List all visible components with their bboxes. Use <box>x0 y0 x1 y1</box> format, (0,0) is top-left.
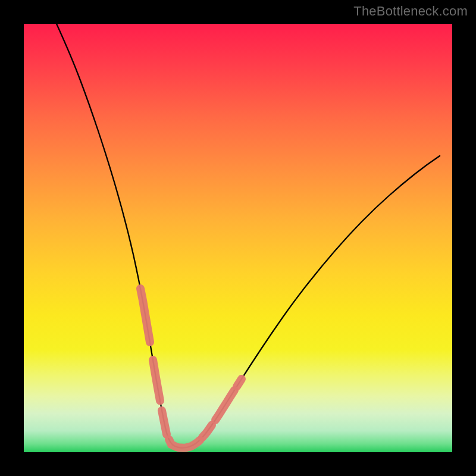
overlay-band-segment <box>169 440 200 448</box>
bottleneck-curve <box>57 24 440 448</box>
chart-container: TheBottleneck.com <box>0 0 476 476</box>
overlay-band-segment <box>202 425 212 437</box>
overlay-band-segment <box>140 289 150 342</box>
overlay-band-segment <box>237 379 242 387</box>
overlay-band-group <box>140 289 242 448</box>
watermark-text: TheBottleneck.com <box>353 4 468 19</box>
plot-area <box>24 24 452 452</box>
overlay-band-segment <box>162 411 167 434</box>
overlay-band-segment <box>153 360 160 401</box>
chart-svg <box>24 24 452 452</box>
overlay-band-segment <box>215 390 234 420</box>
